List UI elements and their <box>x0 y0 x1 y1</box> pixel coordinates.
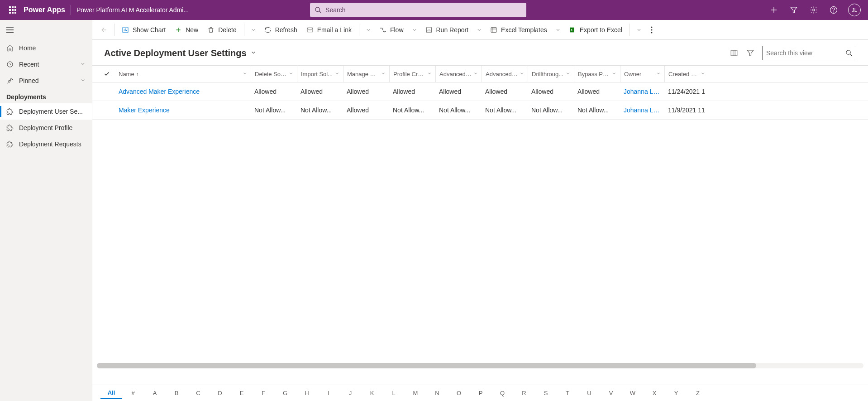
column-header-advanced-2[interactable]: Advanced ... <box>482 66 528 82</box>
email-link-dropdown[interactable] <box>362 20 375 40</box>
hamburger-button[interactable] <box>0 20 92 40</box>
clock-icon <box>6 61 19 68</box>
alpha-item[interactable]: M <box>405 388 426 398</box>
sidebar-item-recent[interactable]: Recent <box>0 56 92 72</box>
export-excel-dropdown[interactable] <box>633 20 645 40</box>
alpha-item[interactable]: R <box>513 388 535 398</box>
user-avatar[interactable]: JL <box>848 4 861 16</box>
alpha-item[interactable]: S <box>535 388 557 398</box>
view-selector[interactable]: Active Deployment User Settings <box>104 48 257 58</box>
app-name[interactable]: Power Apps <box>22 6 69 14</box>
alpha-item[interactable]: U <box>578 388 600 398</box>
alpha-item[interactable]: All <box>100 387 122 399</box>
owner-link[interactable]: Johanna Loren <box>620 106 664 114</box>
flow-button[interactable]: Flow <box>375 20 408 40</box>
alpha-item[interactable]: Q <box>491 388 513 398</box>
excel-templates-dropdown[interactable] <box>552 20 564 40</box>
view-search[interactable] <box>762 46 856 60</box>
column-header-name[interactable]: Name ↑ <box>115 66 251 82</box>
svg-rect-6 <box>9 12 11 14</box>
svg-rect-28 <box>307 28 313 32</box>
alpha-item[interactable]: # <box>122 388 144 398</box>
svg-rect-7 <box>12 12 14 14</box>
alpha-item[interactable]: G <box>274 388 296 398</box>
alpha-item[interactable]: B <box>166 388 187 398</box>
global-search[interactable] <box>310 3 526 17</box>
alpha-item[interactable]: H <box>296 388 318 398</box>
filter-icon[interactable] <box>785 0 803 20</box>
sidebar-item-label: Recent <box>19 61 80 68</box>
add-button[interactable] <box>765 0 783 20</box>
table-row[interactable]: Advanced Maker Experience Allowed Allowe… <box>92 82 868 101</box>
alpha-item[interactable]: E <box>231 388 253 398</box>
help-icon[interactable] <box>825 0 843 20</box>
refresh-button[interactable]: Refresh <box>260 20 302 40</box>
flow-dropdown[interactable] <box>408 20 421 40</box>
column-header-created-on[interactable]: Created On <box>664 66 709 82</box>
alpha-item[interactable]: Z <box>687 388 709 398</box>
edit-columns-button[interactable] <box>726 45 742 61</box>
table-row[interactable]: Maker Experience Not Allow... Not Allow.… <box>92 101 868 120</box>
column-header-owner[interactable]: Owner <box>620 66 664 82</box>
cell: Allowed <box>574 88 620 95</box>
alpha-item[interactable]: P <box>470 388 491 398</box>
record-link[interactable]: Advanced Maker Experience <box>115 88 251 95</box>
alpha-item[interactable]: D <box>209 388 231 398</box>
sidebar-item-deployment-requests[interactable]: Deployment Requests <box>0 136 92 152</box>
alpha-index: All#ABCDEFGHIJKLMNOPQRSTUVWXYZ <box>92 385 868 401</box>
show-chart-button[interactable]: Show Chart <box>117 20 170 40</box>
alpha-item[interactable]: W <box>622 388 644 398</box>
alpha-item[interactable]: O <box>448 388 470 398</box>
column-header-bypass-prepare[interactable]: Bypass Pre... <box>574 66 620 82</box>
alpha-item[interactable]: J <box>339 388 361 398</box>
alpha-item[interactable]: F <box>253 388 274 398</box>
new-button[interactable]: New <box>170 20 203 40</box>
column-header-advanced-1[interactable]: Advanced ... <box>435 66 482 82</box>
record-link[interactable]: Maker Experience <box>115 106 251 114</box>
delete-dropdown[interactable] <box>247 20 260 40</box>
delete-button[interactable]: Delete <box>203 20 241 40</box>
app-context[interactable]: Power Platform ALM Accelerator Admi... <box>76 6 189 14</box>
run-report-button[interactable]: Run Report <box>421 20 473 40</box>
alpha-item[interactable]: A <box>144 388 166 398</box>
column-header-import-solution[interactable]: Import Sol... <box>297 66 343 82</box>
alpha-item[interactable]: L <box>383 388 405 398</box>
excel-templates-button[interactable]: Excel Templates <box>486 20 552 40</box>
scrollbar-thumb[interactable] <box>97 363 756 368</box>
sidebar-item-deployment-user-settings[interactable]: Deployment User Se... <box>0 103 92 120</box>
alpha-item[interactable]: K <box>361 388 383 398</box>
horizontal-scrollbar[interactable] <box>97 363 863 368</box>
column-header-drillthrough[interactable]: Drillthroug... <box>528 66 574 82</box>
command-label: New <box>186 26 198 34</box>
global-search-input[interactable] <box>325 6 522 14</box>
column-header-delete-solution[interactable]: Delete Solu... <box>251 66 297 82</box>
alpha-item[interactable]: N <box>426 388 448 398</box>
alpha-item[interactable]: C <box>187 388 209 398</box>
alpha-item[interactable]: T <box>557 388 578 398</box>
puzzle-icon <box>6 124 19 131</box>
sidebar-item-label: Pinned <box>19 77 80 84</box>
email-icon <box>306 26 314 34</box>
waffle-icon[interactable] <box>4 0 22 20</box>
sidebar-item-deployment-profile[interactable]: Deployment Profile <box>0 120 92 136</box>
column-header-profile-creation[interactable]: Profile Crea... <box>389 66 435 82</box>
main-area: Show Chart New Delete Refresh Email a Li… <box>92 20 868 401</box>
select-all-checkbox[interactable] <box>99 66 115 82</box>
sidebar-item-home[interactable]: Home <box>0 40 92 56</box>
view-search-input[interactable] <box>766 49 845 57</box>
sidebar-item-pinned[interactable]: Pinned <box>0 72 92 89</box>
settings-icon[interactable] <box>805 0 823 20</box>
email-link-button[interactable]: Email a Link <box>302 20 356 40</box>
filter-button[interactable] <box>742 45 758 61</box>
more-commands-button[interactable] <box>645 20 658 40</box>
alpha-item[interactable]: X <box>644 388 665 398</box>
alpha-item[interactable]: Y <box>665 388 687 398</box>
alpha-item[interactable]: I <box>318 388 339 398</box>
run-report-dropdown[interactable] <box>473 20 486 40</box>
alpha-item[interactable]: V <box>600 388 622 398</box>
svg-line-45 <box>850 54 852 56</box>
owner-link[interactable]: Johanna Loren <box>620 88 664 95</box>
column-header-manage-solution[interactable]: Manage So... <box>343 66 389 82</box>
export-excel-button[interactable]: Export to Excel <box>564 20 627 40</box>
divider <box>114 24 114 36</box>
